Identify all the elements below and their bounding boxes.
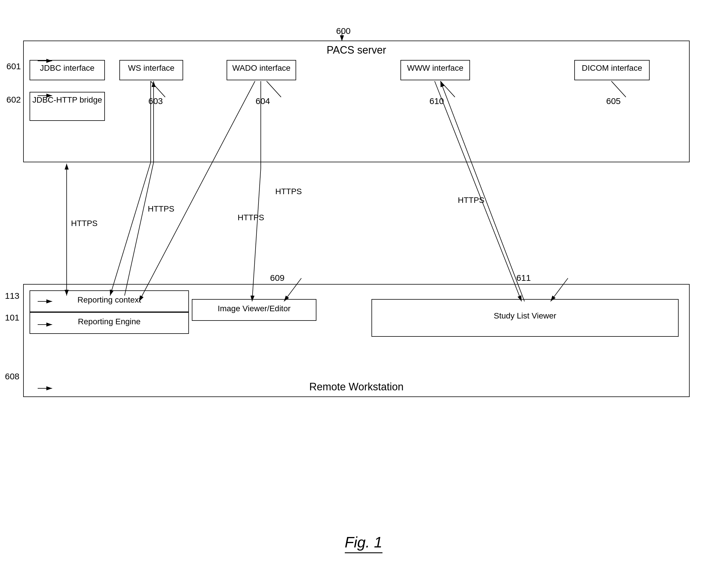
jdbc-interface-label: JDBC interface [40, 63, 94, 72]
reporting-engine-box: Reporting Engine [29, 312, 189, 334]
remote-ws-box: Remote Workstation Reporting context Rep… [23, 284, 690, 397]
reporting-context-label: Reporting context [77, 295, 141, 304]
ref-610: 610 [429, 96, 444, 106]
www-interface-box: WWW interface [401, 60, 470, 80]
study-list-box: Study List Viewer [371, 299, 679, 337]
jdbc-interface-box: JDBC interface [29, 60, 105, 80]
pacs-server-label: PACS server [24, 44, 689, 56]
image-viewer-box: Image Viewer/Editor [192, 299, 316, 321]
ref-603: 603 [148, 96, 163, 106]
ref-602: 602 [6, 95, 21, 105]
fig-caption: Fig. 1 [344, 533, 382, 553]
ref-605: 605 [606, 96, 621, 106]
ref-611: 611 [516, 273, 531, 283]
dicom-interface-box: DICOM interface [574, 60, 650, 80]
remote-ws-label: Remote Workstation [24, 381, 689, 393]
ref-609: 609 [270, 273, 284, 283]
ref-601: 601 [6, 61, 21, 71]
svg-text:HTTPS: HTTPS [71, 219, 98, 228]
svg-line-13 [125, 162, 154, 296]
wado-interface-label: WADO interface [232, 63, 290, 72]
image-viewer-label: Image Viewer/Editor [218, 304, 291, 313]
ref-608: 608 [5, 372, 19, 381]
svg-line-12 [110, 162, 151, 296]
svg-line-17 [252, 168, 261, 301]
www-interface-label: WWW interface [407, 63, 463, 72]
dicom-interface-label: DICOM interface [582, 63, 642, 72]
jdbc-bridge-box: JDBC-HTTP bridge [29, 92, 105, 121]
ref-113: 113 [5, 291, 19, 301]
jdbc-bridge-label: JDBC-HTTP bridge [33, 95, 102, 104]
pacs-server-box: PACS server JDBC interface WS interface … [23, 41, 690, 162]
reporting-engine-label: Reporting Engine [78, 317, 141, 326]
wado-interface-box: WADO interface [227, 60, 296, 80]
reporting-context-box: Reporting context [29, 290, 189, 312]
ws-interface-box: WS interface [120, 60, 183, 80]
svg-text:HTTPS: HTTPS [458, 196, 485, 205]
diagram-container: 600 PACS server JDBC interface WS interf… [23, 23, 704, 516]
study-list-label: Study List Viewer [494, 311, 556, 320]
svg-text:HTTPS: HTTPS [238, 213, 264, 222]
svg-text:HTTPS: HTTPS [275, 187, 302, 196]
ws-interface-label: WS interface [128, 63, 174, 72]
ref-600: 600 [336, 26, 350, 36]
ref-604: 604 [256, 96, 270, 106]
svg-text:HTTPS: HTTPS [148, 204, 174, 213]
ref-101: 101 [5, 313, 19, 322]
